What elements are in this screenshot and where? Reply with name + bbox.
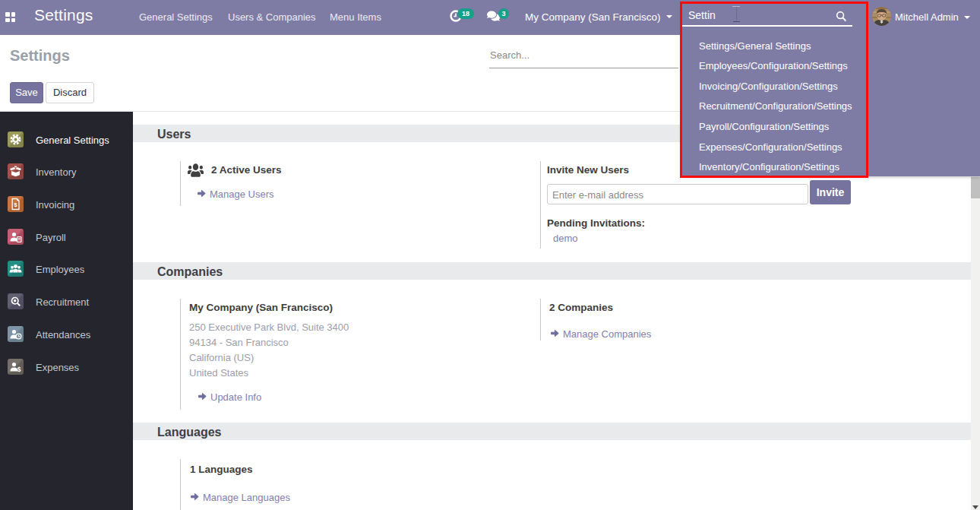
svg-text:$: $ — [14, 201, 18, 208]
svg-text:$: $ — [17, 366, 21, 373]
